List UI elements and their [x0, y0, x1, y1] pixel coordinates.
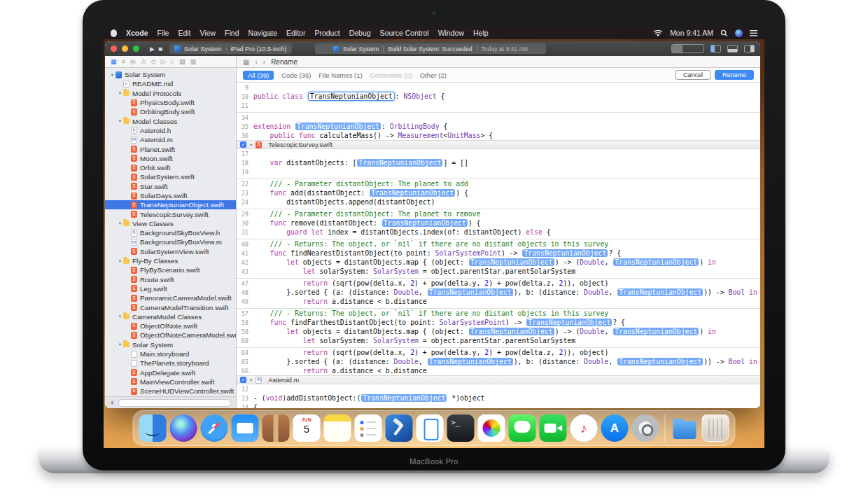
dock-xcode-icon[interactable]: [386, 414, 413, 442]
sidebar-item-asteroid-h[interactable]: hAsteroid.h: [105, 126, 236, 135]
debug-navigator-icon[interactable]: ▷: [161, 58, 166, 65]
dock-system-preferences-icon[interactable]: [632, 414, 659, 442]
sidebar-item-objectofnotecameramodel-swift[interactable]: SObjectOfNoteCameraModel.swift: [105, 330, 236, 340]
toggle-inspector-button[interactable]: [744, 45, 755, 53]
stop-button[interactable]: ■: [158, 45, 162, 53]
rename-occurrence-token[interactable]: TransNeptunianObject: [382, 219, 468, 227]
find-navigator-icon[interactable]: ▥: [190, 58, 197, 65]
rename-occurrence-token[interactable]: TransNeptunianObject: [526, 319, 612, 326]
toggle-navigator-button[interactable]: [710, 45, 721, 53]
rename-occurrence-token[interactable]: TransNeptunianObject: [428, 288, 513, 296]
menu-item-window[interactable]: Window: [438, 29, 464, 37]
sidebar-item-orbit-swift[interactable]: SOrbit.swift: [105, 163, 236, 172]
menu-item-source-control[interactable]: Source Control: [380, 29, 429, 37]
dock-reminders-icon[interactable]: [355, 414, 382, 442]
sidebar-item-route-swift[interactable]: SRoute.swift: [105, 275, 236, 284]
spotlight-icon[interactable]: [720, 29, 728, 37]
sidebar-item-cameramodel-classes[interactable]: ▾CameraModel Classes: [105, 312, 236, 321]
dock-contacts-icon[interactable]: [262, 414, 290, 442]
project-navigator-icon[interactable]: ▦: [111, 58, 117, 65]
sidebar-item-view-classes[interactable]: ▾View Classes: [105, 219, 236, 228]
sidebar-item-objectofnote-swift[interactable]: SObjectOfNote.swift: [105, 321, 236, 330]
menu-clock[interactable]: Mon 9:41 AM: [670, 29, 713, 37]
sidebar-item-model-classes[interactable]: ▾Model Classes: [105, 116, 236, 125]
sidebar-item-solar-system[interactable]: ▾Solar System: [105, 70, 236, 79]
sidebar-item-appdelegate-swift[interactable]: SAppDelegate.swift: [105, 368, 236, 377]
sidebar-item-leg-swift[interactable]: SLeg.swift: [105, 284, 236, 293]
disclosure-triangle-icon[interactable]: ▾: [117, 314, 123, 319]
menu-item-file[interactable]: File: [158, 29, 169, 37]
back-icon[interactable]: ‹: [255, 58, 257, 66]
sidebar-item-moon-swift[interactable]: SMoon.swift: [105, 154, 236, 163]
sidebar-item-transneptunianobject-swift[interactable]: STransNeptunianObject.swift: [105, 200, 236, 209]
dock-app-store-icon[interactable]: A: [601, 414, 629, 442]
menu-item-view[interactable]: View: [200, 29, 216, 37]
rename-filter-file-names-1[interactable]: File Names (1): [318, 71, 362, 79]
dock-safari-icon[interactable]: [201, 414, 228, 442]
checkbox-checked-icon[interactable]: ✓: [240, 141, 246, 148]
menu-item-editor[interactable]: Editor: [286, 29, 305, 37]
dock-photos-icon[interactable]: [478, 414, 505, 442]
dock-simulator-icon[interactable]: [416, 414, 444, 442]
rename-filter-code-36[interactable]: Code (36): [281, 71, 311, 79]
sidebar-item-solarsystem-swift[interactable]: SSolarSystem.swift: [105, 172, 236, 181]
dock-siri-icon[interactable]: [170, 414, 197, 442]
sidebar-item-backgroundskyboxview-h[interactable]: hBackgroundSkyBoxView.h: [105, 228, 236, 237]
zoom-window-button[interactable]: [133, 46, 139, 52]
disclosure-triangle-icon[interactable]: ▾: [117, 258, 123, 264]
add-file-button[interactable]: +: [110, 399, 114, 407]
rename-filter-comments-0[interactable]: Comments (0): [370, 71, 412, 79]
sidebar-item-mainviewcontroller-swift[interactable]: SMainViewController.swift: [105, 377, 236, 386]
standard-editor-button[interactable]: [672, 45, 682, 53]
dock-trash-icon[interactable]: [702, 414, 729, 442]
rename-occurrence-token[interactable]: TransNeptunianObject: [469, 328, 554, 335]
sidebar-item-main-storyboard[interactable]: Main.storyboard: [105, 349, 236, 358]
issue-navigator-icon[interactable]: ⚠: [141, 58, 146, 65]
rename-button[interactable]: Rename: [715, 70, 754, 80]
menu-item-product[interactable]: Product: [314, 29, 340, 37]
related-items-icon[interactable]: ▦: [243, 58, 249, 66]
toggle-debug-area-button[interactable]: [727, 45, 738, 53]
rename-occurrence-token[interactable]: TransNeptunianObject: [361, 394, 447, 402]
assistant-editor-button[interactable]: [682, 45, 693, 53]
dock-finder-icon[interactable]: [139, 414, 167, 442]
dock-messages-icon[interactable]: [509, 414, 536, 442]
sidebar-item-solarsystemview-swift[interactable]: SSolarSystemView.swift: [105, 247, 236, 256]
dock-terminal-icon[interactable]: >_: [447, 414, 475, 442]
sidebar-item-readme-md[interactable]: ≡README.md: [105, 79, 236, 88]
wifi-icon[interactable]: [653, 29, 663, 37]
apple-menu-icon[interactable]: [111, 29, 117, 37]
notification-center-icon[interactable]: [750, 30, 757, 36]
checkbox-checked-icon[interactable]: ✓: [240, 377, 246, 383]
sidebar-item-asteroid-m[interactable]: mAsteroid.m: [105, 135, 236, 144]
rename-occurrence-token[interactable]: TransNeptunianObject: [617, 358, 703, 365]
symbol-navigator-icon[interactable]: ◎: [130, 58, 136, 65]
menu-item-debug[interactable]: Debug: [349, 29, 371, 37]
sidebar-item-orbitingbody-swift[interactable]: SOrbitingBody.swift: [105, 107, 236, 116]
editor-mode-segmented-control[interactable]: [671, 44, 704, 53]
run-button[interactable]: ▶: [150, 46, 155, 53]
sidebar-item-scenehudviewcontroller-swift[interactable]: SSceneHUDViewController.swift: [105, 386, 236, 396]
rename-occurrence-token[interactable]: TransNeptunianObject: [357, 159, 442, 167]
sidebar-item-panoramiccameramodel-swift[interactable]: SPanoramicCameraModel.swift: [105, 293, 236, 302]
rename-occurrence-token[interactable]: TransNeptunianObject: [613, 258, 699, 266]
sidebar-item-telescopicsurvey-swift[interactable]: STelescopicSurvey.swift: [105, 209, 236, 218]
rename-occurrence-token[interactable]: TransNeptunianObject: [428, 358, 513, 365]
rename-occurrence-token[interactable]: TransNeptunianObject: [370, 189, 455, 197]
menu-item-navigate[interactable]: Navigate: [248, 29, 277, 37]
disclosure-triangle-icon[interactable]: ▾: [109, 72, 115, 78]
sidebar-item-model-protocols[interactable]: ▾Model Protocols: [105, 89, 236, 98]
sidebar-item-fly-by-classes[interactable]: ▾Fly-By Classes: [105, 256, 236, 265]
disclosure-triangle-icon[interactable]: ▾: [117, 90, 123, 96]
sidebar-item-planet-swift[interactable]: SPlanet.swift: [105, 144, 236, 153]
scheme-selector[interactable]: Solar System › iPad Pro (10.5-inch): [169, 43, 292, 54]
rename-filter-all-39[interactable]: All (39): [243, 71, 274, 80]
source-control-navigator-icon[interactable]: ≡: [122, 58, 125, 65]
version-editor-button[interactable]: [693, 45, 704, 53]
dock-facetime-icon[interactable]: [540, 414, 567, 442]
breakpoint-navigator-icon[interactable]: ⌂: [171, 58, 174, 65]
sidebar-item-solar-system[interactable]: ▾Solar System: [105, 340, 236, 349]
disclosure-triangle-icon[interactable]: ▾: [117, 342, 123, 347]
disclosure-triangle-icon[interactable]: ▾: [250, 377, 252, 383]
rename-occurrence-token[interactable]: TransNeptunianObject: [522, 249, 608, 257]
